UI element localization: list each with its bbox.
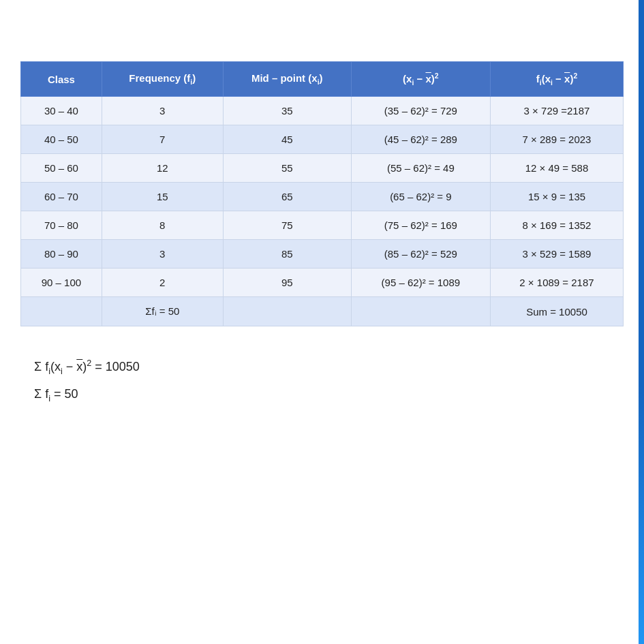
col-header-midpoint: Mid – point (xi) (223, 62, 351, 97)
table-sum-cell (223, 297, 351, 326)
table-cell: 65 (223, 183, 351, 211)
table-cell: (75 – 62)² = 169 (351, 211, 490, 240)
table-sum-cell (21, 297, 102, 326)
table-cell: 95 (223, 269, 351, 297)
table-cell: 90 – 100 (21, 269, 102, 297)
table-row: 80 – 90385(85 – 62)² = 5293 × 529 = 1589 (21, 240, 624, 269)
table-cell: 80 – 90 (21, 240, 102, 269)
table-row: 60 – 701565(65 – 62)² = 915 × 9 = 135 (21, 183, 624, 211)
table-sum-cell (351, 297, 490, 326)
col-header-frequency: Frequency (fi) (102, 62, 223, 97)
variance-table: Class Frequency (fi) Mid – point (xi) (x… (20, 61, 624, 326)
table-cell: (65 – 62)² = 9 (351, 183, 490, 211)
table-cell: 8 × 169 = 1352 (491, 211, 624, 240)
table-row: 40 – 50745(45 – 62)² = 2897 × 289 = 2023 (21, 125, 624, 154)
table-cell: 75 (223, 211, 351, 240)
table-cell: 3 × 529 = 1589 (491, 240, 624, 269)
table-cell: (55 – 62)² = 49 (351, 154, 490, 183)
table-sum-cell: Σfᵢ = 50 (102, 297, 223, 326)
main-content: Class Frequency (fi) Mid – point (xi) (x… (0, 0, 644, 436)
table-cell: 60 – 70 (21, 183, 102, 211)
table-cell: 55 (223, 154, 351, 183)
table-cell: 2 (102, 269, 223, 297)
col-header-class: Class (21, 62, 102, 97)
table-cell: (35 – 62)² = 729 (351, 97, 490, 125)
table-cell: 40 – 50 (21, 125, 102, 154)
formula-line-1: Σ fi(xi − x)2 = 10050 (34, 354, 624, 381)
table-cell: 30 – 40 (21, 97, 102, 125)
col-header-fi-xi-xbar-sq: fi(xi − x)2 (491, 62, 624, 97)
table-sum-row: Σfᵢ = 50Sum = 10050 (21, 297, 624, 326)
table-cell: 35 (223, 97, 351, 125)
table-cell: 3 (102, 240, 223, 269)
table-cell: 70 – 80 (21, 211, 102, 240)
table-row: 90 – 100295(95 – 62)² = 10892 × 1089 = 2… (21, 269, 624, 297)
table-cell: (45 – 62)² = 289 (351, 125, 490, 154)
table-cell: 12 × 49 = 588 (491, 154, 624, 183)
formula-line-2: Σ fi = 50 (34, 381, 624, 408)
table-cell: (95 – 62)² = 1089 (351, 269, 490, 297)
table-cell: 12 (102, 154, 223, 183)
table-cell: 7 × 289 = 2023 (491, 125, 624, 154)
col-header-xi-xbar-sq: (xi − x)2 (351, 62, 490, 97)
table-cell: 15 × 9 = 135 (491, 183, 624, 211)
table-cell: 85 (223, 240, 351, 269)
table-row: 30 – 40335(35 – 62)² = 7293 × 729 =2187 (21, 97, 624, 125)
table-cell: 2 × 1089 = 2187 (491, 269, 624, 297)
right-bar (639, 0, 644, 644)
table-row: 50 – 601255(55 – 62)² = 4912 × 49 = 588 (21, 154, 624, 183)
table-row: 70 – 80875(75 – 62)² = 1698 × 169 = 1352 (21, 211, 624, 240)
formulas-block: Σ fi(xi − x)2 = 10050 Σ fi = 50 (20, 354, 624, 409)
table-sum-cell: Sum = 10050 (491, 297, 624, 326)
table-cell: 7 (102, 125, 223, 154)
table-cell: 8 (102, 211, 223, 240)
table-cell: 45 (223, 125, 351, 154)
table-cell: 3 (102, 97, 223, 125)
table-cell: 50 – 60 (21, 154, 102, 183)
table-cell: 3 × 729 =2187 (491, 97, 624, 125)
table-cell: (85 – 62)² = 529 (351, 240, 490, 269)
table-cell: 15 (102, 183, 223, 211)
